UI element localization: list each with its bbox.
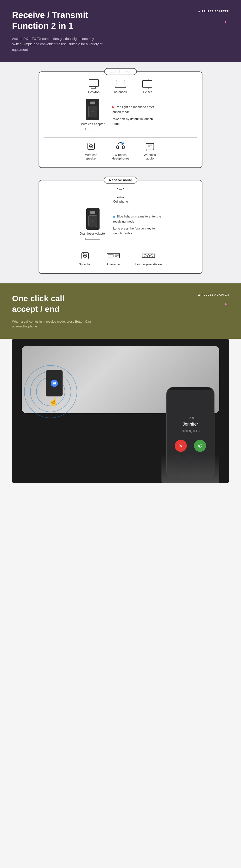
launch-mode-section: Launch mode Desktop notebook xyxy=(0,62,241,178)
wireless-audio-icon-item: Wireless audio xyxy=(144,141,156,160)
adapter-led xyxy=(92,111,93,112)
svg-point-14 xyxy=(89,144,90,144)
wireless-speaker-label: Wireless speaker xyxy=(85,153,97,160)
launch-info-line1: Red light on means to enter launch mode xyxy=(112,105,160,115)
launch-top-icon-row: Desktop notebook TV set xyxy=(44,79,197,94)
svg-point-39 xyxy=(147,254,150,257)
amplifier-icon xyxy=(141,250,156,261)
svg-line-24 xyxy=(153,149,154,151)
tv-icon xyxy=(141,79,153,89)
adapter-on-device: ☎ xyxy=(46,370,63,397)
svg-point-31 xyxy=(83,253,84,254)
hand-gradient xyxy=(161,454,219,483)
adapter-body xyxy=(88,106,97,117)
phone-call-buttons: ✕ ✆ xyxy=(175,440,206,452)
desktop-icon-item: Desktop xyxy=(88,79,100,94)
wireless-speaker-icon-item: Wireless speaker xyxy=(85,141,97,160)
phone-status-bar: 11:50 xyxy=(187,416,194,419)
decline-button-icon[interactable]: ✕ xyxy=(175,440,187,452)
launch-bottom-icon-row: Wireless speaker ✦ Wireless Headphones xyxy=(44,141,197,160)
phone-caller-name: Jennifer xyxy=(183,422,198,427)
svg-rect-5 xyxy=(115,86,126,87)
svg-rect-4 xyxy=(116,80,125,86)
call-section: WIRELESS ADAPTER One click call accept /… xyxy=(0,283,241,339)
svg-point-13 xyxy=(90,146,92,147)
svg-point-38 xyxy=(144,254,146,257)
receive-mode-section: Receive mode Cell phone xyxy=(0,178,241,283)
svg-point-40 xyxy=(151,254,153,257)
headphones-icon: ✦ xyxy=(115,141,126,152)
receive-mode-title: Receive mode xyxy=(104,177,137,184)
launch-device-label: Wireless adapter xyxy=(81,122,105,126)
launch-mode-title: Launch mode xyxy=(104,68,137,75)
svg-line-1 xyxy=(91,86,92,88)
receive-info-line2: Long press the function key to switch mo… xyxy=(113,226,161,236)
svg-text:✦: ✦ xyxy=(122,143,124,144)
wireless-headphones-icon-item: ✦ Wireless Headphones xyxy=(112,141,129,160)
audio-icon xyxy=(144,141,155,152)
receive-mode-box: Receive mode Cell phone xyxy=(38,180,203,274)
wireless-audio-label: Wireless audio xyxy=(144,153,156,160)
autoradio-icon xyxy=(106,250,121,261)
adapter-button: ☎ xyxy=(51,380,58,387)
call-description: When a call comes in in receive mode, pr… xyxy=(12,319,94,329)
svg-point-30 xyxy=(84,255,86,256)
laptop-icon xyxy=(115,79,126,89)
svg-line-23 xyxy=(146,149,147,151)
adapter-led-2 xyxy=(92,220,93,222)
autoradio-label: Autoradio xyxy=(107,262,120,266)
launch-info-line2: Power on by default in launch mode xyxy=(112,117,160,127)
call-badge: WIRELESS ADAPTER xyxy=(198,293,229,297)
accept-button-icon[interactable]: ✆ xyxy=(194,440,206,452)
call-title: One click call accept / end xyxy=(12,293,229,314)
sprecher-icon-item: Sprecher xyxy=(79,250,91,266)
sprecher-icon xyxy=(80,250,90,261)
desktop-icon xyxy=(88,79,100,89)
receive-device-label: Drahtloser Adapter xyxy=(80,232,106,235)
bracket-indicator-2 xyxy=(83,237,102,242)
phone-notch xyxy=(183,387,197,389)
receive-info-col: Blue light on means to enter the receivi… xyxy=(113,214,161,236)
svg-rect-0 xyxy=(89,80,99,86)
launch-mode-box: Launch mode Desktop notebook xyxy=(38,71,203,168)
receive-adapter-img xyxy=(86,208,100,230)
leistungsverstarker-label: Leistungsverstärker xyxy=(135,262,162,266)
usb-connector-2 xyxy=(90,211,95,214)
sprecher-label: Sprecher xyxy=(79,262,91,266)
desktop-label: Desktop xyxy=(88,90,100,94)
phone-call-status: incoming call... xyxy=(181,429,200,433)
notebook-icon-item: notebook xyxy=(114,79,127,94)
cellphone-icon xyxy=(116,188,125,198)
header-section: WIRELESS ADAPTER Receive / Transmit Func… xyxy=(0,0,241,62)
bracket-indicator xyxy=(83,128,102,132)
svg-rect-19 xyxy=(146,144,154,149)
launch-device-col: Wireless adapter xyxy=(81,99,105,132)
leistungsverstarker-icon-item: Leistungsverstärker xyxy=(135,250,162,266)
svg-rect-6 xyxy=(142,81,152,87)
launch-middle-row: Wireless adapter Red light on means to e… xyxy=(44,99,197,132)
blue-dot-icon xyxy=(113,216,115,218)
call-image-inner: ☎ ☝ 11:50 Jennifer incoming call... ✕ ✆ xyxy=(12,339,229,483)
cellphone-icon-item: Cell phone xyxy=(113,188,128,203)
receive-middle-row: Drahtloser Adapter Blue light on means t… xyxy=(44,208,197,242)
autoradio-icon-item: Autoradio xyxy=(106,250,121,266)
svg-line-2 xyxy=(95,86,96,88)
red-dot-icon xyxy=(112,106,114,108)
call-image-container: ☎ ☝ 11:50 Jennifer incoming call... ✕ ✆ xyxy=(12,339,229,483)
accent-dot-icon: ✦ xyxy=(224,19,228,25)
notebook-label: notebook xyxy=(114,90,127,94)
call-accent-dot-icon: ✦ xyxy=(224,302,228,307)
tvset-icon-item: TV set xyxy=(141,79,153,94)
hand-cursor-icon: ☝ xyxy=(48,397,59,407)
launch-info-col: Red light on means to enter launch mode … xyxy=(112,105,160,127)
receive-device-col: Drahtloser Adapter xyxy=(80,208,106,242)
wireless-adapter-img xyxy=(86,99,99,120)
receive-info-line1: Blue light on means to enter the receivi… xyxy=(113,214,161,224)
header-badge: WIRELESS ADAPTER xyxy=(198,10,229,13)
svg-rect-33 xyxy=(108,254,113,257)
header-title: Receive / Transmit Function 2 in 1 xyxy=(12,10,229,31)
cellphone-label: Cell phone xyxy=(113,200,128,203)
adapter-body-2 xyxy=(88,215,97,227)
svg-rect-25 xyxy=(117,188,124,198)
header-description: Accept RX + TX TX combo design, dual sig… xyxy=(12,36,104,52)
